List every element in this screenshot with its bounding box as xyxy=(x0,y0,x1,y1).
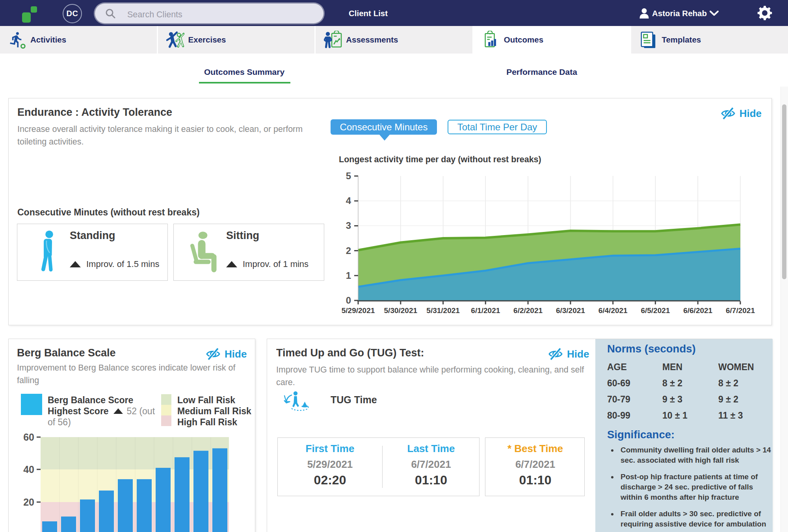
svg-text:6/1/2021: 6/1/2021 xyxy=(471,306,500,315)
svg-text:5/31/2021: 5/31/2021 xyxy=(426,306,460,315)
svg-text:2: 2 xyxy=(346,245,351,256)
svg-text:6/7/2021: 6/7/2021 xyxy=(726,306,755,315)
svg-text:6/3/2021: 6/3/2021 xyxy=(556,306,585,315)
svg-text:6/5/2021: 6/5/2021 xyxy=(641,306,670,315)
svg-text:5/29/2021: 5/29/2021 xyxy=(342,306,375,315)
svg-text:6/6/2021: 6/6/2021 xyxy=(683,306,712,315)
svg-text:60: 60 xyxy=(23,432,34,443)
svg-text:3: 3 xyxy=(346,220,351,231)
svg-text:20: 20 xyxy=(23,497,34,508)
svg-text:5: 5 xyxy=(346,171,351,181)
svg-text:1: 1 xyxy=(346,270,351,281)
svg-text:40: 40 xyxy=(23,464,34,475)
svg-text:0: 0 xyxy=(346,295,351,306)
svg-text:4: 4 xyxy=(346,195,351,206)
svg-text:5/30/2021: 5/30/2021 xyxy=(384,306,418,315)
svg-text:6/4/2021: 6/4/2021 xyxy=(598,306,628,315)
svg-text:6/2/2021: 6/2/2021 xyxy=(513,306,543,315)
